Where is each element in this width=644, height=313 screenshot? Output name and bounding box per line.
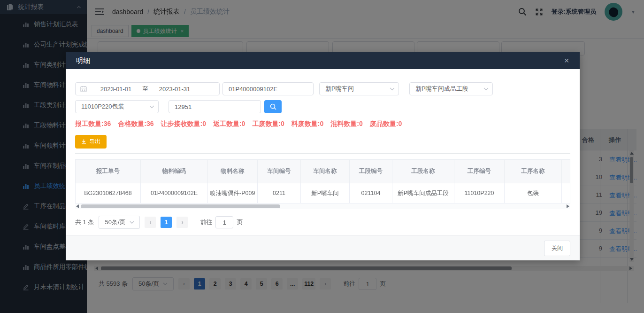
col-clipped: [562, 160, 570, 183]
modal-footer: 关闭: [66, 235, 580, 260]
total-count: 共 1 条: [75, 218, 94, 227]
stat-rework-qty: 返工数量:0: [213, 120, 245, 128]
search-button[interactable]: [264, 100, 282, 113]
chevron-down-icon: [390, 87, 395, 91]
modal-pagination: 共 1 条 50条/页 ‹ 1 › 前往 页: [75, 216, 570, 229]
summary-stats: 报工数量:36 合格数量:36 让步接收数量:0 返工数量:0 工废数量:0 料…: [75, 120, 570, 128]
process-select-value: 11010P220包装: [81, 102, 124, 111]
per-page-value: 50条/页: [105, 218, 125, 227]
section-select[interactable]: 新P嘴车间成品工段: [409, 82, 493, 95]
modal-title: 明细: [76, 56, 90, 65]
modal-body: 至 新P嘴车间 新P嘴车间成品工段 11010P220包装: [66, 69, 580, 235]
goto-label: 前往: [200, 218, 212, 227]
close-icon[interactable]: ✕: [564, 57, 569, 64]
cell-report-no: BG230106278468: [76, 183, 141, 203]
stat-reported-qty: 报工数量:36: [75, 120, 111, 128]
col-workshop-code: 车间编号: [258, 160, 301, 183]
goto-page: 前往 页: [200, 216, 243, 228]
prev-page-button[interactable]: ‹: [145, 217, 156, 228]
stat-mixed-material-qty: 混料数量:0: [330, 120, 362, 128]
search-icon: [270, 103, 276, 110]
scroll-right-arrow[interactable]: [567, 204, 569, 208]
calendar-icon: [80, 86, 87, 92]
stat-qualified-qty: 合格数量:36: [118, 120, 153, 128]
stat-material-scrap-qty: 料废数量:0: [291, 120, 323, 128]
section-select-value: 新P嘴车间成品工段: [415, 85, 468, 93]
col-process-name: 工序名称: [505, 160, 562, 183]
cell-section-name: 新P嘴车间成品工段: [392, 183, 454, 203]
col-workshop-name: 车间名称: [301, 160, 350, 183]
col-process-code: 工序编号: [454, 160, 505, 183]
download-icon: [81, 139, 86, 144]
table-header-row: 报工单号 物料编码 物料名称 车间编号 车间名称 工段编号 工段名称 工序编号 …: [76, 160, 570, 183]
scroll-left-arrow[interactable]: [76, 204, 79, 208]
next-page-button[interactable]: ›: [176, 217, 188, 228]
filter-row-1: 至 新P嘴车间 新P嘴车间成品工段: [75, 82, 570, 95]
detail-modal: 明细 ✕ 至 新P嘴车间 新P嘴车间成品工段: [66, 52, 580, 260]
stat-waste-qty: 废品数量:0: [370, 120, 402, 128]
chevron-down-icon: [149, 105, 154, 109]
cell-material-name: 喷油嘴偶件-P009: [208, 183, 258, 203]
divider: [75, 153, 570, 154]
end-date-input[interactable]: [152, 86, 197, 93]
per-page-select[interactable]: 50条/页: [99, 216, 140, 229]
cell-process-code: 11010P220: [454, 183, 505, 203]
workshop-select[interactable]: 新P嘴车间: [319, 82, 399, 95]
chevron-down-icon: [483, 87, 489, 91]
stat-concession-qty: 让步接收数量:0: [161, 120, 206, 128]
page-button-1[interactable]: 1: [161, 217, 172, 228]
cell-section-code: 021104: [350, 183, 392, 203]
process-select[interactable]: 11010P220包装: [75, 100, 159, 113]
export-label: 导出: [89, 138, 100, 146]
scroll-thumb[interactable]: [81, 204, 280, 208]
cell-clipped: [562, 183, 570, 203]
stat-process-scrap-qty: 工废数量:0: [252, 120, 284, 128]
cell-material-code: 01P4000009102E: [141, 183, 208, 203]
col-material-name: 物料名称: [208, 160, 258, 183]
date-range-separator: 至: [142, 85, 148, 93]
export-button[interactable]: 导出: [75, 135, 107, 149]
cell-workshop-name: 新P嘴车间: [301, 183, 350, 203]
start-date-input[interactable]: [93, 86, 138, 93]
employee-number-input[interactable]: [169, 100, 261, 113]
filter-row-2: 11010P220包装: [75, 100, 570, 113]
chevron-down-icon: [130, 221, 134, 224]
modal-horizontal-scrollbar[interactable]: [75, 203, 570, 209]
modal-header: 明细 ✕: [66, 52, 580, 69]
table-row: BG230106278468 01P4000009102E 喷油嘴偶件-P009…: [76, 183, 570, 203]
close-button[interactable]: 关闭: [544, 241, 570, 256]
detail-table: 报工单号 物料编码 物料名称 车间编号 车间名称 工段编号 工段名称 工序编号 …: [75, 159, 570, 203]
goto-page-input[interactable]: [215, 216, 233, 228]
material-code-input[interactable]: [222, 82, 314, 95]
col-material-code: 物料编码: [141, 160, 208, 183]
page-unit-label: 页: [237, 218, 243, 227]
date-range-picker[interactable]: 至: [75, 82, 220, 95]
cell-workshop-code: 0211: [258, 183, 301, 203]
col-report-no: 报工单号: [76, 160, 141, 183]
workshop-select-value: 新P嘴车间: [325, 85, 354, 93]
col-section-code: 工段编号: [350, 160, 392, 183]
cell-process-name: 包装: [505, 183, 562, 203]
col-section-name: 工段名称: [392, 160, 454, 183]
